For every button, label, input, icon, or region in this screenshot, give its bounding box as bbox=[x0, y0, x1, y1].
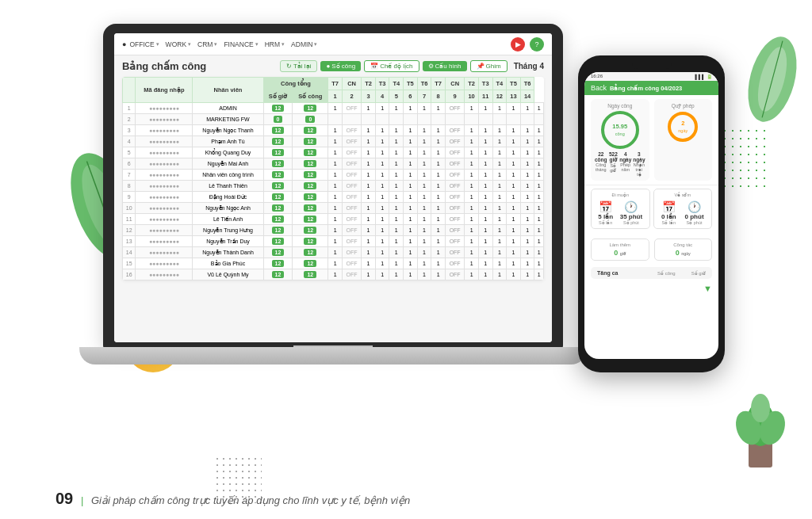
phone-tangca-title: Tăng ca bbox=[597, 270, 618, 276]
laptop-screen: ● OFFICE▾ WORK▾ CRM▾ FINANCE▾ HRM▾ ADMIN… bbox=[114, 33, 552, 342]
table-row: 8●●●●●●●●●Lê Thanh Thiên12121OFF111111OF… bbox=[123, 181, 544, 192]
cell-day-10: 1 bbox=[492, 136, 507, 147]
cell-day-12 bbox=[520, 114, 534, 125]
cell-day-8: 1 bbox=[465, 258, 479, 269]
cell-day-12: 1 bbox=[520, 214, 534, 225]
cell-cn: OFF bbox=[342, 225, 361, 236]
ghim-button[interactable]: 📌 Ghim bbox=[470, 60, 508, 72]
phone-ngay-cong-val: 15.95công bbox=[612, 123, 627, 137]
cell-day-6: 1 bbox=[431, 125, 446, 136]
phone-ngay-cong-title: Ngày công bbox=[595, 103, 645, 109]
cell-day-6: 1 bbox=[431, 269, 446, 280]
cell-day-7: OFF bbox=[445, 203, 464, 214]
phone-filter-icon[interactable]: ▼ bbox=[703, 284, 712, 293]
th-num-8: 8 bbox=[431, 90, 446, 103]
cell-day-8: 1 bbox=[465, 225, 479, 236]
cell-so-gio: 12 bbox=[263, 236, 293, 247]
phone-vesom-card: Về sớm 📅 0 lần Số lần 🕐 0 phút Số phút bbox=[653, 189, 713, 229]
cell-day-5: 1 bbox=[417, 103, 431, 114]
cell-name: Lê Tiến Anh bbox=[193, 214, 263, 225]
phone-vesom-so-lan: 0 lần bbox=[661, 213, 676, 220]
nav-item-work[interactable]: WORK▾ bbox=[166, 40, 191, 48]
th-num-2: 2 bbox=[342, 90, 361, 103]
cell-day-3: 1 bbox=[389, 147, 404, 158]
cell-day-13: 1 bbox=[534, 192, 544, 203]
cell-name: Khổng Quang Duy bbox=[193, 147, 263, 158]
cell-day-13: 1 bbox=[534, 203, 544, 214]
cell-name: Nhân viên công trình bbox=[193, 170, 263, 181]
cell-day-12: 1 bbox=[520, 136, 534, 147]
cell-name: Nguyễn Ngọc Anh bbox=[193, 203, 263, 214]
cell-day-13: 1 bbox=[534, 125, 544, 136]
nav-item-crm[interactable]: CRM▾ bbox=[197, 40, 217, 48]
th-t5-2: T5 bbox=[507, 78, 521, 90]
laptop-mockup: ● OFFICE▾ WORK▾ CRM▾ FINANCE▾ HRM▾ ADMIN… bbox=[103, 24, 579, 444]
cell-day-5: 1 bbox=[417, 136, 431, 147]
cell-day-5: 1 bbox=[417, 247, 431, 258]
cell-day-13: 1 bbox=[534, 158, 544, 170]
phone-tangca-so-cong: Số công bbox=[657, 270, 676, 276]
cell-day-13: 1 bbox=[534, 181, 544, 192]
nav-item-finance[interactable]: FINANCE▾ bbox=[224, 40, 258, 48]
month-label: Tháng 4 bbox=[514, 62, 544, 71]
table-row: 14●●●●●●●●●Nguyễn Thành Danh12121OFF1111… bbox=[123, 247, 544, 258]
cell-day-2: 1 bbox=[375, 136, 389, 147]
cell-day-7: OFF bbox=[445, 170, 464, 181]
cell-id: ●●●●●●●●● bbox=[136, 125, 193, 136]
cell-stt: 10 bbox=[123, 203, 136, 214]
th-num-13: 13 bbox=[507, 90, 521, 103]
cell-day-11 bbox=[507, 114, 521, 125]
nav-item-admin[interactable]: ADMIN▾ bbox=[291, 40, 317, 48]
cell-day-2 bbox=[375, 114, 389, 125]
cell-stt: 2 bbox=[123, 114, 136, 125]
cell-so-cong: 12 bbox=[293, 269, 328, 280]
phone-congtac-card: Công tác 0 ngày bbox=[654, 239, 713, 261]
cell-day-2: 1 bbox=[375, 225, 389, 236]
cell-day-2: 1 bbox=[375, 214, 389, 225]
cell-name: Nguyễn Trung Hưng bbox=[193, 225, 263, 236]
cell-name: Nguyễn Trần Duy bbox=[193, 236, 263, 247]
cell-day-2: 1 bbox=[375, 236, 389, 247]
phone-back-button[interactable]: Back bbox=[591, 84, 607, 92]
help-icon-btn[interactable]: ? bbox=[530, 37, 544, 52]
nav-item-office[interactable]: OFFICE▾ bbox=[129, 40, 159, 48]
cell-day-1: 1 bbox=[362, 125, 376, 136]
cell-cn: OFF bbox=[342, 181, 361, 192]
so-cong-button[interactable]: ● Số công bbox=[320, 61, 361, 71]
nav-item-hrm[interactable]: HRM▾ bbox=[265, 40, 285, 48]
cell-stt: 13 bbox=[123, 236, 136, 247]
cell-day-2: 1 bbox=[375, 125, 389, 136]
phone-cong-phep-section: Ngày công 15.95công 22 côngCông tháng 52… bbox=[584, 95, 718, 185]
cell-so-cong: 12 bbox=[293, 192, 328, 203]
cell-so-gio: 12 bbox=[263, 125, 293, 136]
cau-hinh-button[interactable]: ⚙ Cấu hình bbox=[423, 61, 467, 71]
table-row: 16●●●●●●●●●Vũ Lê Quỳnh My12121OFF111111O… bbox=[123, 269, 544, 280]
youtube-icon-btn[interactable]: ▶ bbox=[511, 37, 525, 52]
cell-name: Vũ Lê Quỳnh My bbox=[193, 269, 263, 280]
cell-day-12: 1 bbox=[520, 170, 534, 181]
cell-day-9 bbox=[478, 114, 492, 125]
cell-cn: OFF bbox=[342, 158, 361, 170]
table-row: 3●●●●●●●●●Nguyễn Ngọc Thanh12121OFF11111… bbox=[123, 125, 544, 136]
cell-day-13: 1 bbox=[534, 136, 544, 147]
cell-so-cong: 12 bbox=[293, 147, 328, 158]
cell-id: ●●●●●●●●● bbox=[136, 203, 193, 214]
cell-id: ●●●●●●●●● bbox=[136, 136, 193, 147]
cell-day-3: 1 bbox=[389, 258, 404, 269]
cell-name: Nguyễn Thành Danh bbox=[193, 247, 263, 258]
cell-day-6: 1 bbox=[431, 225, 446, 236]
cell-day-2: 1 bbox=[375, 247, 389, 258]
cell-day-12: 1 bbox=[520, 181, 534, 192]
cell-cn: OFF bbox=[342, 258, 361, 269]
cell-stt: 7 bbox=[123, 170, 136, 181]
cell-day-7: OFF bbox=[445, 258, 464, 269]
cell-name: Đặng Hoài Đức bbox=[193, 192, 263, 203]
cell-cn: OFF bbox=[342, 147, 361, 158]
cell-day-5: 1 bbox=[417, 147, 431, 158]
cell-t7: 1 bbox=[328, 225, 343, 236]
cell-day-11: 1 bbox=[507, 225, 521, 236]
cell-day-10: 1 bbox=[492, 147, 507, 158]
cell-day-11: 1 bbox=[507, 136, 521, 147]
che-do-lich-button[interactable]: 📅 Chế độ lịch bbox=[364, 60, 419, 72]
reload-button[interactable]: ↻ Tải lại bbox=[280, 60, 317, 72]
